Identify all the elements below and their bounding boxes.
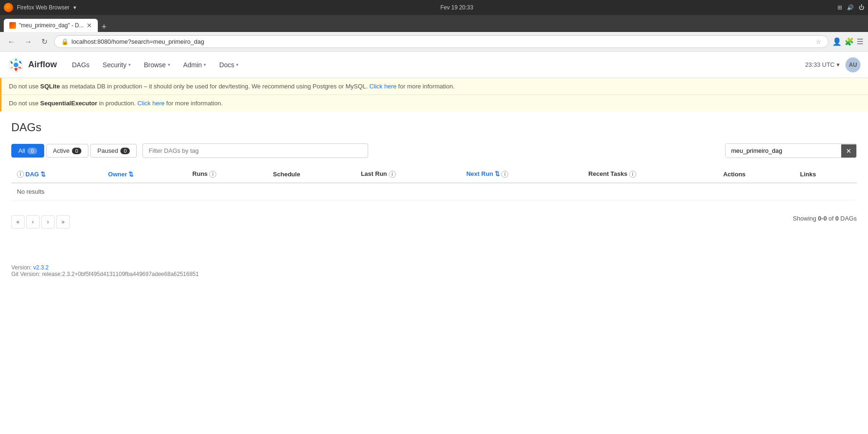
footer-version: Version: v2.3.2 [11,264,857,271]
tab-paused[interactable]: Paused 0 [90,144,137,158]
nav-avatar[interactable]: AU [845,57,860,72]
alert-sqlite-text-before: Do not use [9,83,40,90]
runs-info-icon[interactable]: i [209,171,216,178]
browser-toolbar-right: 👤 🧩 ☰ [832,37,863,46]
address-icons: ☆ [816,38,821,45]
alert-seq-text-after: for more information. [165,100,223,107]
titlebar-left: Firefox Web Browser ▾ [4,3,76,12]
owner-col-sort[interactable]: Owner ⇅ [108,171,134,178]
pagination: « ‹ › » [11,215,70,229]
tab-all-label: All [18,147,25,154]
main-content: DAGs All 0 Active 0 Paused 0 ✕ [0,111,868,238]
pagination-last[interactable]: » [56,215,70,229]
pagination-prev[interactable]: ‹ [26,215,39,229]
dag-filter-tabs: All 0 Active 0 Paused 0 [11,144,137,158]
app-logo-text: Airflow [28,60,57,70]
alert-sqlite-link[interactable]: Click here [369,83,396,90]
no-results-cell: No results [11,183,857,200]
browser-app-name: Firefox Web Browser [17,4,70,11]
nextrun-col-sort[interactable]: Next Run ⇅ [466,170,500,177]
col-header-schedule: Schedule [268,166,355,183]
nav-right: 23:33 UTC ▾ AU [805,57,860,72]
col-header-dag: i DAG ⇅ [11,166,103,183]
tab-active-count: 0 [72,148,81,154]
address-bar[interactable]: 🔒 localhost:8080/home?search=meu_primeir… [54,35,829,48]
tab-active[interactable]: Active 0 [46,144,89,158]
recenttasks-info-icon[interactable]: i [629,171,636,178]
reload-button[interactable]: ↻ [39,35,50,48]
col-header-links: Links [795,166,857,183]
search-clear-button[interactable]: ✕ [841,144,856,158]
svg-point-2 [14,63,18,67]
nav-docs[interactable]: Docs ▾ [213,57,244,72]
forward-button[interactable]: → [22,36,35,48]
alert-sqlite: Do not use SQLite as metadata DB in prod… [0,78,868,95]
bookmark-icon[interactable]: ☆ [816,38,821,45]
alert-seq-link[interactable]: Click here [137,100,165,107]
showing-suffix: DAGs [839,215,857,222]
tab-active-label: Active [53,147,70,154]
lastrun-info-icon[interactable]: i [389,171,396,178]
col-lastrun-label: Last Run [361,170,388,177]
pagination-showing: Showing 0-0 of 0 DAGs [793,215,857,222]
nextrun-info-icon[interactable]: i [501,171,508,178]
dag-col-sort[interactable]: i DAG ⇅ [17,171,46,178]
nav-time[interactable]: 23:33 UTC ▾ [805,61,840,68]
browser-titlebar: Firefox Web Browser ▾ Fev 19 20:33 ⊞ 🔊 ⏻ [0,0,868,15]
git-value: release:2.3.2+0bf5f495d4131109fba449697a… [42,271,198,277]
showing-total: 0 [835,215,838,222]
power-icon: ⏻ [859,4,864,11]
alert-seq-text-before: Do not use [9,100,40,107]
pagination-first[interactable]: « [11,215,24,229]
tab-title: "meu_primeiro_dag" - D... [19,22,84,29]
tab-favicon [9,22,16,29]
nav-admin[interactable]: Admin ▾ [178,57,212,72]
showing-of: of [827,215,835,222]
col-recenttasks-label: Recent Tasks [588,170,629,177]
security-caret-icon: ▾ [128,62,131,67]
pagination-next[interactable]: › [41,215,55,229]
col-nextrun-label: Next Run [466,170,493,177]
page-title: DAGs [11,121,857,134]
version-label: Version: [11,264,33,271]
tab-paused-count: 0 [120,148,130,154]
titlebar-dropdown-icon: ▾ [73,4,76,11]
version-link[interactable]: v2.3.2 [33,264,49,271]
col-schedule-label: Schedule [273,171,300,178]
browser-tab-active[interactable]: "meu_primeiro_dag" - D... ✕ [4,19,98,32]
back-button[interactable]: ← [5,36,18,48]
address-url: localhost:8080/home?search=meu_primeiro_… [71,38,813,45]
alert-seq-bold: SequentialExecutor [40,100,97,107]
dag-search-box: ✕ [725,143,857,158]
tab-close-button[interactable]: ✕ [87,22,92,29]
app-logo: Airflow [8,56,57,73]
nav-links: DAGs Security ▾ Browse ▾ Admin ▾ Docs ▾ [66,57,805,72]
col-dag-info-icon[interactable]: i [17,171,24,178]
nav-browse[interactable]: Browse ▾ [138,57,176,72]
filter-tag-input[interactable] [142,143,368,158]
col-links-label: Links [800,171,816,178]
alert-sqlite-text-middle: as metadata DB in production – it should… [60,83,369,90]
table-header: i DAG ⇅ Owner ⇅ Runs i Schedule [11,166,857,183]
tab-all[interactable]: All 0 [11,144,44,158]
account-icon[interactable]: 👤 [832,37,842,46]
extensions-icon[interactable]: 🧩 [844,37,854,46]
menu-icon[interactable]: ☰ [857,37,863,46]
nav-dags[interactable]: DAGs [66,57,95,72]
browser-chrome: Firefox Web Browser ▾ Fev 19 20:33 ⊞ 🔊 ⏻… [0,0,868,52]
pagination-bar: « ‹ › » Showing 0-0 of 0 DAGs [11,208,857,229]
no-results-row: No results [11,183,857,200]
col-owner-label: Owner [108,171,127,178]
table-body: No results [11,183,857,200]
nav-security[interactable]: Security ▾ [97,57,136,72]
col-header-recenttasks: Recent Tasks i [583,166,718,183]
security-icon: 🔒 [61,38,69,45]
alert-seq-text-middle: in production. [97,100,137,107]
dag-table: i DAG ⇅ Owner ⇅ Runs i Schedule [11,166,857,200]
new-tab-button[interactable]: + [98,22,110,32]
col-header-lastrun: Last Run i [355,166,460,183]
col-actions-label: Actions [723,171,746,178]
dag-search-input[interactable] [726,144,841,158]
showing-label: Showing [793,215,818,222]
col-dag-label: DAG [25,171,39,178]
